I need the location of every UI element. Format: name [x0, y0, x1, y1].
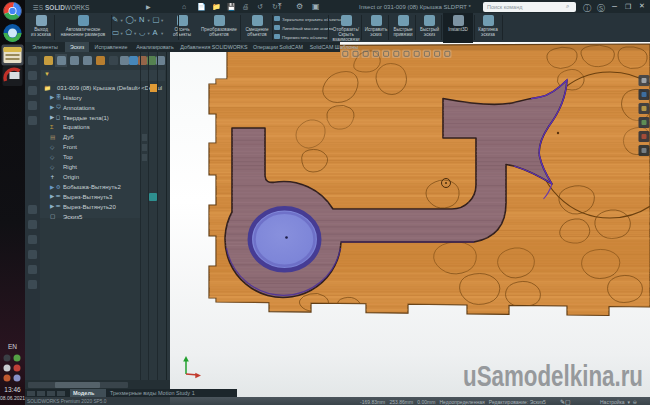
svg-text:uSamodelkina.ru: uSamodelkina.ru: [463, 360, 643, 392]
svg-text:08.06.2021: 08.06.2021: [0, 395, 25, 401]
svg-text:13:46: 13:46: [4, 386, 21, 393]
svg-text:EN: EN: [8, 343, 17, 350]
